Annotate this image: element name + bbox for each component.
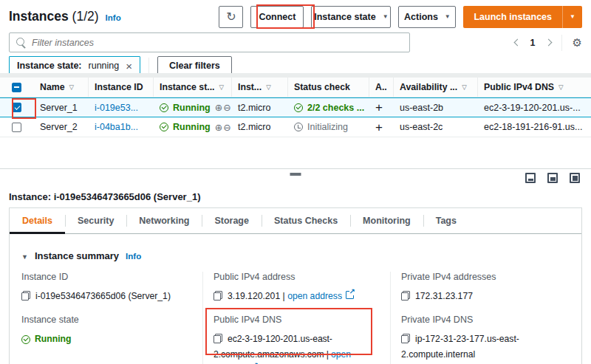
chevron-right-icon[interactable] — [544, 39, 552, 47]
open-address-link[interactable]: open address — [287, 291, 342, 301]
table-row-server-1[interactable]: Server_1 i-019e53... Running ⊕⊖ t2.micro… — [0, 97, 591, 117]
external-link-icon — [346, 291, 354, 299]
split-divider — [0, 168, 591, 169]
sort-icon[interactable]: ▽ — [462, 83, 467, 91]
page-header: Instances (1/2) Info ↻ Connect Instance … — [9, 5, 582, 28]
filter-search-box[interactable] — [9, 32, 410, 52]
pipe-separator: | — [283, 291, 285, 301]
summary-heading: Instance summary — [35, 250, 119, 261]
tab-status-checks[interactable]: Status Checks — [262, 208, 350, 233]
instances-table: Name ▽ Instance ID Instance st... ▽ Inst… — [0, 78, 591, 137]
row-checkbox[interactable] — [12, 123, 21, 132]
private-dns-value: ip-172-31-23-177.us-east-2.compute.inter… — [401, 334, 519, 360]
info-link[interactable]: Info — [126, 252, 141, 261]
caret-down-icon: ▼ — [383, 14, 389, 20]
tab-networking[interactable]: Networking — [126, 208, 202, 233]
page-number[interactable]: 1 — [530, 38, 536, 48]
details-card: Details Security Networking Storage Stat… — [9, 207, 582, 364]
add-alarm-button[interactable]: + — [375, 121, 383, 134]
zoom-out-icon[interactable]: ⊖ — [223, 123, 231, 133]
info-link[interactable]: Info — [106, 13, 121, 22]
refresh-button[interactable]: ↻ — [219, 6, 243, 28]
instance-state-value: Running — [35, 332, 71, 347]
connect-button[interactable]: Connect — [250, 6, 304, 28]
cell-state: Running — [173, 103, 211, 113]
check-circle-icon — [160, 103, 168, 112]
add-alarm-button[interactable]: + — [375, 101, 383, 114]
collapse-caret-icon[interactable]: ▼ — [21, 253, 28, 261]
copy-icon[interactable] — [213, 291, 222, 301]
sort-icon[interactable]: ▽ — [266, 83, 271, 91]
pane-layout-controls — [525, 173, 580, 183]
copy-icon[interactable] — [401, 334, 410, 343]
field-public-ip: Public IPv4 address 3.19.120.201 | open … — [213, 272, 384, 304]
pane-full-icon[interactable] — [570, 173, 580, 183]
refresh-icon: ↻ — [226, 11, 236, 23]
public-dns-line1: ec2-3-19-120-201.us-east- — [228, 334, 332, 344]
row-checkbox[interactable] — [12, 103, 21, 112]
zoom-in-icon[interactable]: ⊕ — [215, 103, 223, 113]
sort-icon[interactable]: ▽ — [558, 83, 564, 91]
column-header-instance-type[interactable]: Inst... ▽ — [232, 78, 288, 97]
details-content: ▼ Instance summary Info Instance ID i-01… — [10, 234, 581, 364]
select-all-checkbox[interactable] — [12, 83, 21, 92]
copy-icon[interactable] — [401, 291, 410, 301]
copy-icon[interactable] — [21, 291, 30, 301]
column-header-public-dns[interactable]: Public IPv4 DNS ▽ — [478, 78, 591, 97]
cell-name: Server_1 — [34, 98, 89, 117]
column-header-instance-id[interactable]: Instance ID — [89, 78, 154, 97]
zoom-in-icon[interactable]: ⊕ — [215, 123, 223, 133]
search-input[interactable] — [32, 38, 403, 48]
page-title: Instances (1/2) Info — [9, 9, 121, 24]
gear-icon[interactable]: ⚙ — [573, 37, 582, 48]
chevron-left-icon[interactable] — [513, 39, 521, 47]
instance-state-dropdown[interactable]: Instance state ▼ — [311, 6, 391, 28]
private-ip-value: 172.31.23.177 — [415, 291, 473, 301]
column-header-name[interactable]: Name ▽ — [34, 78, 89, 97]
field-instance-id: Instance ID i-019e5346473665d06 (Server_… — [21, 272, 197, 304]
caret-down-icon: ▼ — [570, 14, 575, 20]
table-row-server-2[interactable]: Server_2 i-04ba1b... Running ⊕⊖ t2.micro… — [0, 117, 591, 137]
split-drag-handle[interactable] — [290, 173, 301, 176]
pane-small-icon[interactable] — [525, 173, 536, 183]
pane-half-icon[interactable] — [547, 173, 558, 183]
close-icon[interactable]: × — [126, 61, 132, 72]
cell-status-check: Initializing — [307, 122, 348, 132]
sort-icon[interactable]: ▽ — [69, 83, 75, 91]
column-header-instance-state[interactable]: Instance st... ▽ — [154, 78, 232, 97]
pagination: 1 ⚙ — [515, 35, 582, 51]
instance-id-link[interactable]: i-019e53... — [95, 103, 138, 113]
public-ip-value: 3.19.120.201 — [228, 291, 280, 301]
instance-id-value: i-019e5346473665d06 (Server_1) — [35, 291, 171, 301]
check-circle-icon — [21, 335, 30, 344]
cell-state: Running — [173, 122, 211, 132]
field-private-dns: Private IPv4 DNS ip-172-31-23-177.us-eas… — [401, 315, 570, 363]
cell-availability-zone: us-east-2b — [394, 98, 478, 117]
cell-name: Server_2 — [34, 117, 89, 137]
cell-public-dns: ec2-18-191-216-91.us... — [478, 117, 591, 137]
launch-instances-split-button: Launch instances ▼ — [463, 6, 582, 28]
divider — [148, 58, 149, 74]
field-private-ips: Private IPv4 addresses 172.31.23.177 — [401, 272, 570, 304]
tab-tags[interactable]: Tags — [423, 208, 469, 233]
filter-chip-label: Instance state: — [17, 61, 82, 71]
details-tabs: Details Security Networking Storage Stat… — [10, 208, 581, 234]
page-title-text: Instances — [9, 9, 69, 24]
actions-dropdown[interactable]: Actions ▼ — [398, 6, 456, 28]
tab-security[interactable]: Security — [65, 208, 126, 233]
filter-chip-value: running — [89, 61, 120, 71]
column-header-alarm[interactable]: A.. — [369, 78, 394, 97]
instance-id-link[interactable]: i-04ba1b... — [95, 122, 138, 132]
sort-icon[interactable]: ▽ — [219, 83, 225, 91]
tab-storage[interactable]: Storage — [202, 208, 262, 233]
launch-instances-button[interactable]: Launch instances — [463, 6, 562, 28]
launch-instances-caret-button[interactable]: ▼ — [562, 6, 582, 28]
tab-monitoring[interactable]: Monitoring — [350, 208, 423, 233]
field-instance-state: Instance state Running — [21, 315, 197, 347]
zoom-out-icon[interactable]: ⊖ — [223, 103, 231, 113]
column-header-availability-zone[interactable]: Availability ... ▽ — [394, 78, 478, 97]
cell-type: t2.micro — [232, 98, 288, 117]
column-header-status-check[interactable]: Status check — [288, 78, 369, 97]
tab-details[interactable]: Details — [10, 208, 65, 233]
copy-icon[interactable] — [213, 334, 222, 343]
